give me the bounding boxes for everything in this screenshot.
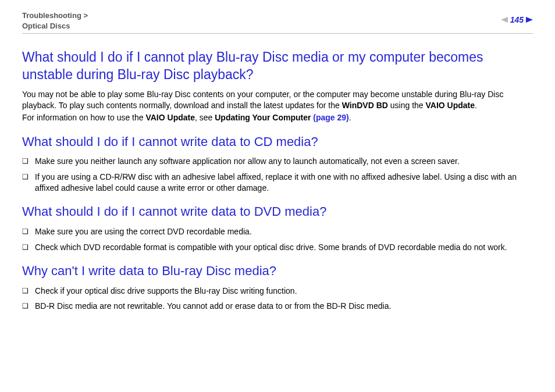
bullet-list: ❑Check if your optical disc drive suppor…: [22, 286, 533, 312]
answer-paragraph: For information on how to use the VAIO U…: [22, 112, 533, 123]
text: , see: [195, 113, 215, 122]
list-item: ❑BD-R Disc media are not rewritable. You…: [22, 301, 533, 312]
list-item-text: Make sure you are using the correct DVD …: [35, 226, 533, 237]
bullet-icon: ❑: [22, 172, 35, 181]
list-item: ❑Make sure you are using the correct DVD…: [22, 226, 533, 237]
list-item: ❑Check if your optical disc drive suppor…: [22, 286, 533, 297]
bullet-list: ❑Make sure you neither launch any softwa…: [22, 156, 533, 194]
breadcrumb-section: Troubleshooting: [22, 11, 81, 20]
list-item-text: Check which DVD recordable format is com…: [35, 242, 533, 253]
list-item: ❑Make sure you neither launch any softwa…: [22, 156, 533, 167]
bold-text: VAIO Update: [145, 113, 195, 122]
question-heading-bluray-write: Why can't I write data to Blu-ray Disc m…: [22, 263, 533, 279]
bullet-icon: ❑: [22, 226, 35, 236]
header-divider: [22, 33, 533, 34]
bullet-icon: ❑: [22, 286, 35, 295]
list-item: ❑If you are using a CD-R/RW disc with an…: [22, 172, 533, 194]
breadcrumb-subsection: Optical Discs: [22, 22, 70, 30]
page-ref-link[interactable]: (page 29): [313, 113, 348, 122]
question-heading-dvd-write: What should I do if I cannot write data …: [22, 204, 533, 220]
next-page-icon[interactable]: [526, 17, 533, 23]
list-item-text: Make sure you neither launch any softwar…: [35, 156, 533, 167]
list-item-text: BD-R Disc media are not rewritable. You …: [35, 301, 533, 312]
breadcrumb-sep: >: [81, 11, 88, 20]
text: .: [475, 101, 477, 110]
prev-page-icon[interactable]: [501, 17, 508, 23]
bold-text: VAIO Update: [426, 101, 475, 110]
text: .: [349, 113, 351, 122]
bold-text: Updating Your Computer: [215, 113, 313, 122]
list-item: ❑Check which DVD recordable format is co…: [22, 242, 533, 253]
bullet-icon: ❑: [22, 156, 35, 166]
bullet-icon: ❑: [22, 301, 35, 311]
list-item-text: If you are using a CD-R/RW disc with an …: [35, 172, 533, 194]
bold-text: WinDVD BD: [342, 101, 388, 110]
page-content: What should I do if I cannot play Blu-ra…: [22, 49, 533, 312]
text: For information on how to use the: [22, 113, 145, 122]
page-number: 145: [510, 15, 524, 24]
list-item-text: Check if your optical disc drive support…: [35, 286, 533, 297]
question-heading-bluray-playback: What should I do if I cannot play Blu-ra…: [22, 49, 533, 83]
page-header: Troubleshooting > Optical Discs 145: [22, 10, 533, 31]
bullet-list: ❑Make sure you are using the correct DVD…: [22, 226, 533, 253]
breadcrumb: Troubleshooting > Optical Discs: [22, 10, 88, 31]
answer-paragraph: You may not be able to play some Blu-ray…: [22, 89, 533, 111]
question-heading-cd-write: What should I do if I cannot write data …: [22, 134, 533, 150]
bullet-icon: ❑: [22, 242, 35, 252]
page-nav: 145: [501, 15, 533, 24]
text: using the: [388, 101, 426, 110]
